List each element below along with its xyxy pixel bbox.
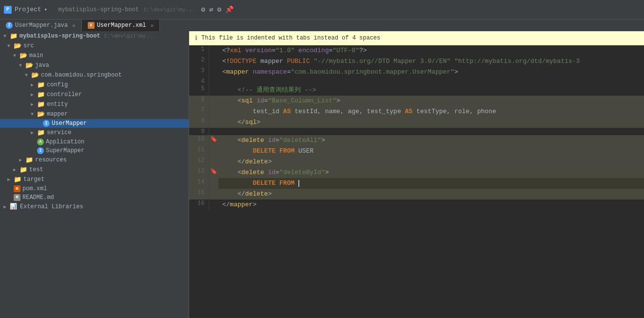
code-lines: 1 <?xml version="1.0" encoding="UTF-8"?>… — [189, 45, 644, 210]
sidebar-label: entity — [47, 101, 68, 108]
pin-icon[interactable]: 📌 — [225, 5, 234, 14]
title-bar: P Project ▾ mybatisplus-spring-boot C:\d… — [0, 0, 644, 20]
line-content: </mapper> — [218, 199, 644, 210]
arrow-icon: ▼ — [2, 34, 8, 39]
table-row: 9 — [189, 128, 644, 135]
line-content: <!-- 通用查询结果列 --> — [218, 85, 644, 96]
settings-icon[interactable]: ⚙ — [201, 5, 205, 14]
line-number: 3 — [189, 67, 209, 78]
line-content: <sql id="Base_Column_List"> — [218, 96, 644, 106]
bookmark-icon: 🔖 — [210, 168, 217, 175]
table-row: 4 — [189, 78, 644, 85]
arrow-icon: ▶ — [29, 101, 35, 107]
gear-icon[interactable]: ⚙ — [217, 5, 221, 14]
line-content — [218, 78, 644, 85]
table-row: 10 🔖 <delete id="deleteAll"> — [189, 135, 644, 146]
lib-icon: 📊 — [10, 203, 17, 210]
line-number: 15 — [189, 189, 209, 199]
sidebar-label: main — [29, 52, 43, 59]
line-gutter — [209, 157, 218, 167]
line-content: </delete> — [218, 157, 644, 167]
sidebar-item-src[interactable]: ▼ 📂 src — [0, 41, 189, 51]
sidebar-item-controller[interactable]: ▶ 📁 controller — [0, 90, 189, 99]
sidebar-item-root[interactable]: ▼ 📁 mybatisplus-spring-boot C:\dev\git\m… — [0, 31, 189, 41]
sidebar-item-pkg[interactable]: ▼ 📂 com.baomidou.springboot — [0, 70, 189, 80]
table-row: 2 <!DOCTYPE mapper PUBLIC "-//mybatis.or… — [189, 56, 644, 67]
tab-usermapper-java[interactable]: I UserMapper.java ✕ — [0, 20, 82, 31]
line-gutter — [209, 96, 218, 106]
folder-icon: 📁 — [37, 100, 45, 108]
table-row: 15 </delete> — [189, 189, 644, 199]
line-content: DELETE FROM — [218, 178, 644, 189]
arrow-icon: ▼ — [6, 43, 12, 49]
sidebar-label: README.md — [22, 194, 54, 201]
line-gutter — [209, 117, 218, 128]
line-gutter — [209, 85, 218, 96]
sidebar-item-usermapper[interactable]: I UserMapper — [0, 119, 189, 128]
tab-close-java[interactable]: ✕ — [72, 22, 76, 29]
project-label: Project — [15, 6, 41, 13]
line-number: 8 — [189, 117, 209, 128]
sidebar-item-test[interactable]: ▶ 📁 test — [0, 165, 189, 175]
line-number: 13 — [189, 167, 209, 178]
sidebar-root-path: C:\dev\git\my... — [104, 33, 156, 39]
line-gutter — [209, 199, 218, 210]
line-number: 5 — [189, 85, 209, 96]
editor-area: ℹ This file is indented with tabs instea… — [189, 31, 644, 318]
sidebar-item-main[interactable]: ▼ 📂 main — [0, 51, 189, 60]
sidebar-item-supermapper[interactable]: I SuperMapper — [0, 146, 189, 155]
arrow-icon: ▶ — [2, 204, 8, 210]
app-file-icon: A — [37, 139, 44, 145]
sidebar-item-entity[interactable]: ▶ 📁 entity — [0, 99, 189, 109]
sidebar-item-resources[interactable]: ▶ 📁 resources — [0, 155, 189, 165]
table-row: 13 🔖 <delete id="deleteById"> — [189, 167, 644, 178]
sidebar-label: test — [29, 166, 43, 173]
main-layout: ▼ 📁 mybatisplus-spring-boot C:\dev\git\m… — [0, 31, 644, 318]
arrow-icon: ▼ — [18, 63, 23, 68]
sidebar-label: service — [47, 129, 71, 136]
sidebar-root-label: mybatisplus-spring-boot — [20, 33, 100, 40]
table-row: 12 </delete> — [189, 157, 644, 167]
arrow-icon: ▼ — [29, 112, 35, 117]
sidebar-label: mapper — [47, 111, 68, 118]
sidebar-label: com.baomidou.springboot — [41, 72, 122, 79]
sidebar-item-pom[interactable]: m pom.xml — [0, 184, 189, 193]
xml-tab-icon: X — [88, 22, 95, 29]
line-gutter — [209, 178, 218, 189]
line-number: 11 — [189, 146, 209, 157]
line-number: 12 — [189, 157, 209, 167]
pom-file-icon: m — [14, 185, 20, 192]
line-content: </sql> — [218, 117, 644, 128]
sidebar-item-target[interactable]: ▶ 📁 target — [0, 175, 189, 184]
folder-icon: 📂 — [37, 110, 45, 118]
sidebar-item-readme[interactable]: M README.md — [0, 193, 189, 202]
sidebar-label: java — [35, 62, 49, 69]
folder-icon: 📁 — [37, 91, 45, 99]
tab-label-java: UserMapper.java — [15, 22, 68, 29]
java-tab-icon: I — [6, 22, 13, 29]
sidebar-item-external-libs[interactable]: ▶ 📊 External Libraries — [0, 202, 189, 211]
project-dropdown[interactable]: ▾ — [44, 6, 48, 13]
folder-icon: 📂 — [14, 42, 21, 50]
line-number: 2 — [189, 56, 209, 67]
sidebar-item-service[interactable]: ▶ 📁 service — [0, 128, 189, 138]
arrow-icon: ▼ — [23, 73, 29, 78]
tab-close-xml[interactable]: ✕ — [150, 22, 154, 29]
arrow-icon: ▶ — [29, 92, 35, 98]
sidebar-item-application[interactable]: A Application — [0, 138, 189, 146]
table-row: 7 test_id AS testId, name, age, test_typ… — [189, 106, 644, 117]
code-editor[interactable]: 1 <?xml version="1.0" encoding="UTF-8"?>… — [189, 45, 644, 318]
sidebar-item-config[interactable]: ▶ 📁 config — [0, 80, 189, 90]
folder-icon: 📁 — [14, 176, 21, 183]
sidebar-label: controller — [47, 91, 82, 98]
sidebar-item-java[interactable]: ▼ 📂 java — [0, 60, 189, 70]
sidebar-item-mapper[interactable]: ▼ 📂 mapper — [0, 109, 189, 119]
tab-usermapper-xml[interactable]: X UserMapper.xml ✕ — [82, 20, 160, 31]
folder-icon: 📂 — [20, 52, 27, 60]
sidebar[interactable]: ▼ 📁 mybatisplus-spring-boot C:\dev\git\m… — [0, 31, 189, 318]
sync-icon[interactable]: ⇄ — [209, 5, 213, 14]
sidebar-label: External Libraries — [20, 203, 83, 210]
line-number: 9 — [189, 128, 209, 135]
table-row: 3 <mapper namespace="com.baomidou.spring… — [189, 67, 644, 78]
sidebar-label: SuperMapper — [46, 147, 84, 154]
